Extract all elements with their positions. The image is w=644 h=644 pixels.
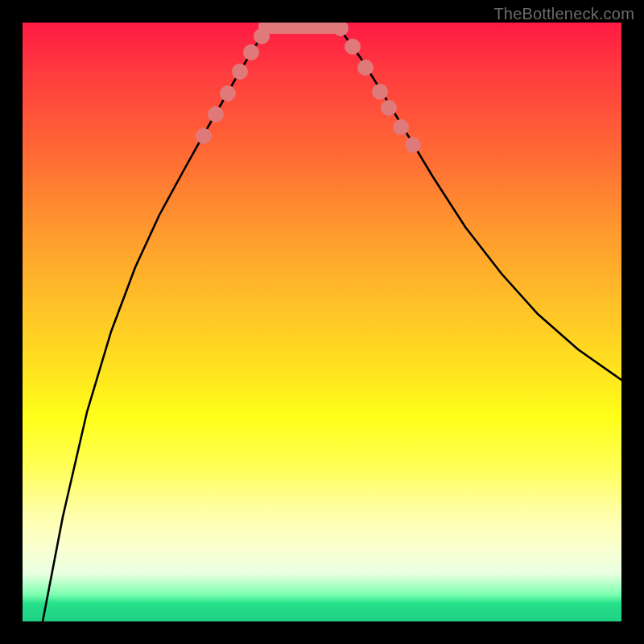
data-point xyxy=(332,23,349,36)
chart-plot-area xyxy=(23,23,621,621)
data-point xyxy=(232,64,248,80)
data-point xyxy=(357,60,374,76)
data-point xyxy=(196,128,212,144)
bottleneck-curve xyxy=(43,23,621,621)
data-point xyxy=(243,44,259,60)
data-point xyxy=(254,28,270,44)
data-point xyxy=(381,100,397,116)
data-point xyxy=(220,85,236,101)
data-point xyxy=(208,106,224,122)
data-point xyxy=(372,84,388,100)
data-point xyxy=(345,39,361,55)
watermark-text: TheBottleneck.com xyxy=(493,5,634,23)
chart-svg xyxy=(23,23,621,621)
data-point xyxy=(405,137,421,153)
data-point xyxy=(393,119,409,135)
